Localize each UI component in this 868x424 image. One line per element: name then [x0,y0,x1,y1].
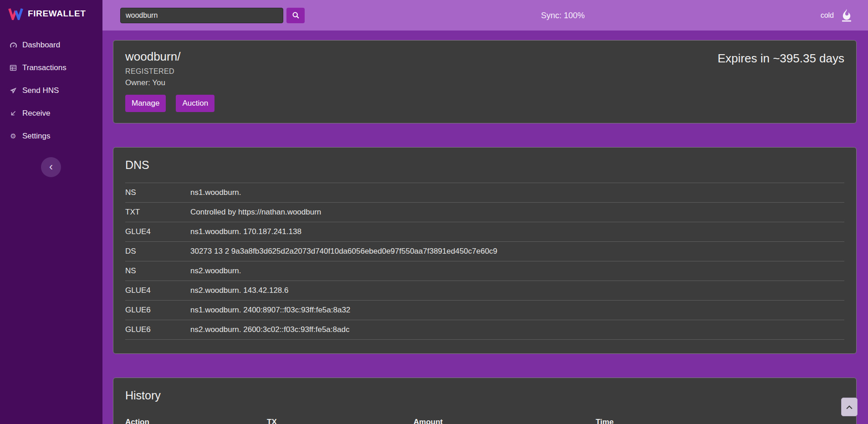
dns-record-row: GLUE4 ns1.woodburn. 170.187.241.138 [125,222,844,242]
history-title: History [125,389,844,402]
sidebar: FIREWALLET Dashboard Transactions [0,0,102,424]
domain-actions: Manage Auction [125,95,214,112]
dns-record-value: 30273 13 2 9a3a8fb3d625d2a2073d740f10da6… [190,242,844,261]
sidebar-item-transactions[interactable]: Transactions [0,56,102,79]
sidebar-item-send-hns[interactable]: Send HNS [0,79,102,102]
firewallet-logo-icon [8,7,23,20]
dns-record-row: GLUE4 ns2.woodburn. 143.42.128.6 [125,281,844,301]
receive-arrow-icon [9,109,17,117]
auction-button[interactable]: Auction [176,95,214,112]
dns-record-type: GLUE6 [125,320,190,340]
app-logo: FIREWALLET [0,0,102,26]
history-col-tx: TX [267,413,414,424]
main-content: woodburn/ REGISTERED Owner: You Manage A… [102,31,868,424]
wallet-status-group: cold [821,8,854,23]
sidebar-item-label: Dashboard [22,41,60,50]
dns-record-row: NS ns2.woodburn. [125,261,844,281]
history-col-amount: Amount [414,413,596,424]
dns-record-value: ns1.woodburn. 2400:8907::f03c:93ff:fe5a:… [190,301,844,320]
dns-record-row: GLUE6 ns2.woodburn. 2600:3c02::f03c:93ff… [125,320,844,340]
transactions-table-icon [9,64,17,72]
search-icon [292,11,300,19]
sidebar-item-label: Transactions [22,63,66,72]
sidebar-collapse-button[interactable]: ‹ [41,157,61,177]
history-header-row: Action TX Amount Time [125,413,844,424]
sync-status: Sync: 100% [541,10,585,20]
sidebar-nav: Dashboard Transactions Send HNS [0,26,102,148]
sidebar-item-receive[interactable]: Receive [0,102,102,125]
firewallet-flame-icon [839,8,854,23]
history-card: History Action TX Amount Time UPDATE 70e… [113,378,857,424]
dns-record-type: DS [125,242,190,261]
settings-gear-icon: ⚙ [9,132,17,140]
dns-record-type: TXT [125,203,190,222]
domain-owner: Owner: You [125,78,214,87]
app-title: FIREWALLET [28,9,86,19]
dns-title: DNS [125,158,844,172]
dns-record-value: ns2.woodburn. 2600:3c02::f03c:93ff:fe5a:… [190,320,844,340]
sidebar-item-label: Send HNS [22,86,59,95]
dns-record-value: ns2.woodburn. [190,261,844,281]
topbar: Sync: 100% cold [102,0,868,31]
domain-status: REGISTERED [125,67,214,76]
dns-table: NS ns1.woodburn. TXT Controlled by https… [125,183,844,340]
domain-card: woodburn/ REGISTERED Owner: You Manage A… [113,40,857,123]
dns-record-value: Controlled by https://nathan.woodburn [190,203,844,222]
dns-record-type: NS [125,261,190,281]
dns-record-row: NS ns1.woodburn. [125,183,844,203]
scroll-to-top-button[interactable] [841,398,858,416]
dashboard-gauge-icon [9,41,17,49]
domain-info: woodburn/ REGISTERED Owner: You Manage A… [125,50,214,112]
dns-record-type: GLUE4 [125,222,190,242]
dns-record-value: ns1.woodburn. [190,183,844,203]
sidebar-item-label: Settings [22,132,50,141]
sidebar-item-settings[interactable]: ⚙ Settings [0,125,102,148]
search-group [120,8,305,23]
dns-record-row: DS 30273 13 2 9a3a8fb3d625d2a2073d740f10… [125,242,844,261]
history-col-action: Action [125,413,267,424]
chevron-up-icon [846,405,853,409]
dns-record-type: GLUE6 [125,301,190,320]
sidebar-item-dashboard[interactable]: Dashboard [0,34,102,56]
send-plane-icon [9,87,17,95]
history-table: Action TX Amount Time UPDATE 70e64775...… [125,413,844,424]
search-input[interactable] [120,8,283,23]
sidebar-item-label: Receive [22,109,50,118]
search-button[interactable] [286,8,305,23]
dns-record-value: ns2.woodburn. 143.42.128.6 [190,281,844,301]
wallet-mode-label: cold [821,11,834,20]
history-col-time: Time [596,413,844,424]
dns-record-row: GLUE6 ns1.woodburn. 2400:8907::f03c:93ff… [125,301,844,320]
dns-record-value: ns1.woodburn. 170.187.241.138 [190,222,844,242]
domain-expiry: Expires in ~395.35 days [718,51,844,66]
domain-name: woodburn/ [125,50,214,64]
dns-record-type: NS [125,183,190,203]
chevron-left-icon: ‹ [49,161,53,172]
dns-card: DNS NS ns1.woodburn. TXT Controlled by h… [113,147,857,354]
dns-record-row: TXT Controlled by https://nathan.woodbur… [125,203,844,222]
manage-button[interactable]: Manage [125,95,166,112]
dns-record-type: GLUE4 [125,281,190,301]
